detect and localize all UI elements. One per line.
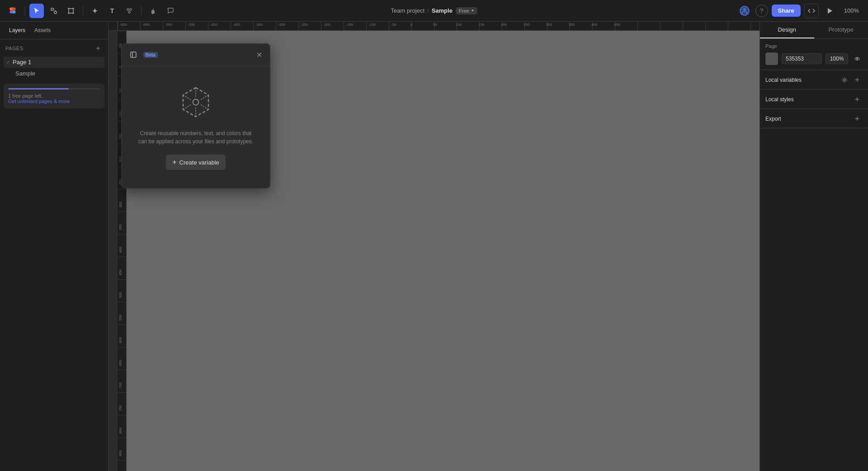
help-icon[interactable]: ?	[755, 5, 768, 17]
local-styles-title: Local styles	[765, 96, 794, 103]
panel-collapse-btn[interactable]	[127, 48, 140, 61]
svg-rect-1	[54, 11, 57, 14]
panel-close-button[interactable]: ✕	[254, 49, 264, 60]
tab-assets[interactable]: Assets	[31, 25, 54, 35]
toolbar-sep-3	[141, 6, 142, 15]
breadcrumb-area: Team project / Sample Free	[391, 7, 477, 14]
add-page-button[interactable]: +	[94, 44, 103, 53]
local-variables-settings-btn[interactable]	[839, 75, 850, 85]
svg-rect-20	[131, 52, 136, 57]
svg-marker-22	[183, 88, 208, 117]
figma-menu-icon[interactable]	[5, 4, 20, 18]
local-variables-add-btn[interactable]: +	[852, 75, 863, 85]
main-layout: Layers Assets Pages + ✓ Page 1 Sample	[0, 22, 868, 471]
page-section-header: Page	[765, 43, 863, 49]
toolbar-right: ? Share 100%	[737, 4, 863, 18]
ruler-h-inner: -650 -600 -550 -500 -450 -400 -350 -300 …	[118, 22, 760, 31]
present-button[interactable]	[822, 4, 837, 18]
canvas[interactable]: -50 0 50 100 150 200 250 300 350 400 450…	[118, 31, 760, 471]
page-item-label: Page 1	[13, 59, 31, 66]
zoom-level[interactable]: 100%	[840, 5, 863, 16]
pen-tool-btn[interactable]	[88, 4, 102, 18]
ruler-corner	[108, 22, 118, 31]
page-section-title: Page	[765, 43, 777, 49]
file-name[interactable]: Sample	[432, 7, 453, 14]
upgrade-progress-fill	[8, 88, 69, 89]
hand-tool-btn[interactable]	[146, 4, 160, 18]
local-variables-actions: +	[839, 75, 863, 85]
local-styles-add-btn[interactable]: +	[852, 94, 863, 105]
scale-tool-btn[interactable]	[47, 4, 61, 18]
local-variables-section: Local variables +	[760, 70, 868, 89]
frame-tool-btn[interactable]	[64, 4, 78, 18]
sidebar-tabs: Layers Assets	[0, 22, 108, 39]
svg-point-14	[130, 9, 132, 10]
right-sidebar: Design Prototype Page Local variables	[760, 22, 868, 471]
page-active-icon: ✓	[6, 60, 10, 65]
svg-line-27	[183, 105, 191, 109]
create-variable-label: Create variable	[179, 159, 219, 166]
free-badge[interactable]: Free	[456, 7, 477, 14]
design-prototype-tabs: Design Prototype	[760, 22, 868, 39]
comment-tool-btn[interactable]	[163, 4, 178, 18]
create-variable-plus-icon: +	[172, 158, 176, 166]
page-color-row	[765, 52, 863, 65]
page-color-swatch[interactable]	[765, 52, 778, 65]
left-sidebar: Layers Assets Pages + ✓ Page 1 Sample	[0, 22, 108, 471]
project-name[interactable]: Team project	[391, 7, 425, 14]
svg-point-18	[743, 8, 746, 11]
page-item-sample[interactable]: Sample	[4, 68, 104, 79]
ruler-horizontal: -650 -600 -550 -500 -450 -400 -350 -300 …	[108, 22, 760, 31]
move-tool-btn[interactable]	[29, 4, 44, 18]
variables-empty-icon	[178, 84, 214, 120]
svg-point-32	[844, 79, 845, 81]
tab-layers[interactable]: Layers	[5, 25, 29, 35]
export-title: Export	[765, 116, 781, 122]
ruler-h-marks: -650 -600 -550 -500 -450 -400 -350 -300 …	[118, 22, 760, 31]
upgrade-progress-bar	[8, 88, 100, 89]
variables-empty-state: Create reusable numbers, text, and color…	[122, 66, 270, 188]
svg-line-28	[201, 105, 208, 109]
svg-rect-0	[51, 8, 53, 10]
text-tool-btn[interactable]: T	[105, 4, 119, 18]
toolbar-sep-1	[24, 6, 25, 15]
pages-header: Pages +	[0, 39, 108, 56]
upgrade-bar: 1 free page left. Get unlimited pages & …	[4, 84, 104, 108]
svg-rect-4	[69, 9, 73, 13]
svg-point-15	[128, 11, 130, 13]
tab-design[interactable]: Design	[760, 22, 814, 38]
canvas-area: -650 -600 -550 -500 -450 -400 -350 -300 …	[108, 22, 760, 471]
panel-header-left: Beta	[127, 48, 158, 61]
tab-prototype[interactable]: Prototype	[814, 22, 868, 38]
svg-marker-19	[828, 8, 832, 14]
svg-line-29	[183, 95, 191, 99]
create-variable-button[interactable]: + Create variable	[166, 155, 226, 170]
page-color-hex-input[interactable]	[782, 53, 822, 64]
variables-panel: Beta ✕	[121, 43, 270, 188]
beta-badge: Beta	[143, 52, 158, 58]
export-section: Export +	[760, 109, 868, 128]
svg-point-31	[857, 58, 858, 60]
page-color-section: Page	[760, 39, 868, 70]
toolbar-left: T	[5, 4, 178, 18]
page-item-label-sample: Sample	[15, 70, 35, 77]
local-variables-title: Local variables	[765, 77, 802, 83]
topbar: T Team project / Sample Free ?	[0, 0, 868, 22]
variables-empty-description: Create reusable numbers, text, and color…	[135, 129, 256, 146]
svg-line-26	[201, 95, 208, 99]
upgrade-link[interactable]: Get unlimited pages & more	[8, 99, 70, 104]
page-item-page1[interactable]: ✓ Page 1	[4, 57, 104, 68]
page-color-opacity-input[interactable]	[826, 53, 848, 64]
avatar-icon[interactable]	[737, 4, 752, 18]
share-button[interactable]: Share	[772, 5, 801, 17]
pages-label: Pages	[5, 46, 24, 51]
breadcrumb: Team project / Sample	[391, 7, 453, 14]
upgrade-text: 1 free page left. Get unlimited pages & …	[8, 93, 100, 104]
export-add-btn[interactable]: +	[852, 113, 863, 124]
resources-btn[interactable]	[122, 4, 137, 18]
local-styles-section: Local styles +	[760, 89, 868, 109]
code-view-button[interactable]	[804, 4, 819, 18]
page-color-visibility-toggle[interactable]	[852, 53, 863, 64]
variables-panel-header: Beta ✕	[122, 44, 270, 66]
svg-point-23	[193, 99, 199, 105]
